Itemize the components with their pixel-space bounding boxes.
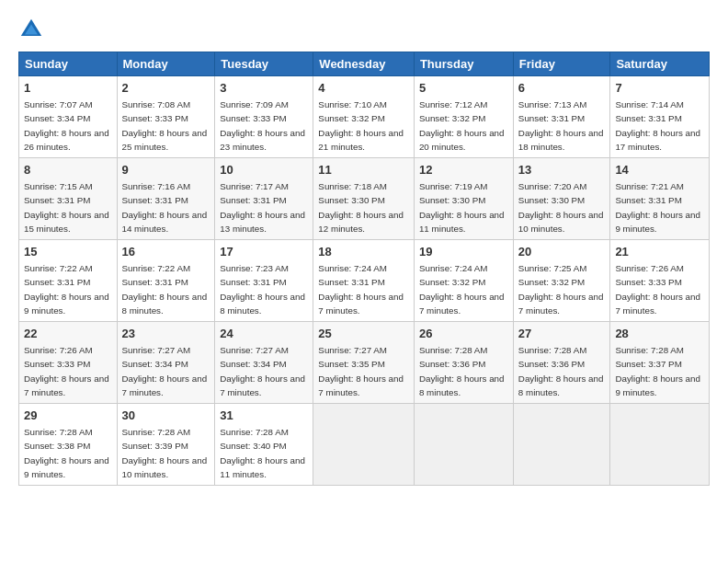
day-number: 1 bbox=[24, 80, 112, 97]
day-number: 7 bbox=[615, 80, 704, 97]
day-info: Sunrise: 7:15 AMSunset: 3:31 PMDaylight:… bbox=[24, 181, 109, 234]
calendar-week-1: 1Sunrise: 7:07 AMSunset: 3:34 PMDaylight… bbox=[19, 76, 710, 158]
day-info: Sunrise: 7:18 AMSunset: 3:30 PMDaylight:… bbox=[318, 181, 404, 234]
day-info: Sunrise: 7:19 AMSunset: 3:30 PMDaylight:… bbox=[419, 181, 505, 234]
day-number: 18 bbox=[318, 244, 409, 260]
header-day-saturday: Saturday bbox=[610, 52, 710, 76]
header-day-tuesday: Tuesday bbox=[215, 52, 313, 76]
header-day-sunday: Sunday bbox=[19, 52, 118, 76]
calendar-cell: 31Sunrise: 7:28 AMSunset: 3:40 PMDayligh… bbox=[215, 404, 313, 486]
calendar-cell: 26Sunrise: 7:28 AMSunset: 3:36 PMDayligh… bbox=[414, 322, 513, 404]
day-info: Sunrise: 7:28 AMSunset: 3:40 PMDaylight:… bbox=[220, 427, 305, 479]
calendar-cell: 22Sunrise: 7:26 AMSunset: 3:33 PMDayligh… bbox=[19, 322, 118, 404]
day-number: 19 bbox=[419, 244, 508, 260]
day-info: Sunrise: 7:25 AMSunset: 3:32 PMDaylight:… bbox=[518, 263, 604, 316]
day-info: Sunrise: 7:27 AMSunset: 3:34 PMDaylight:… bbox=[122, 345, 208, 397]
day-number: 17 bbox=[220, 244, 308, 260]
calendar-cell: 24Sunrise: 7:27 AMSunset: 3:34 PMDayligh… bbox=[215, 322, 313, 404]
calendar-cell: 11Sunrise: 7:18 AMSunset: 3:30 PMDayligh… bbox=[313, 158, 415, 240]
day-number: 2 bbox=[122, 80, 210, 97]
day-info: Sunrise: 7:26 AMSunset: 3:33 PMDaylight:… bbox=[24, 345, 109, 397]
calendar-cell: 27Sunrise: 7:28 AMSunset: 3:36 PMDayligh… bbox=[513, 322, 610, 404]
calendar-week-5: 29Sunrise: 7:28 AMSunset: 3:38 PMDayligh… bbox=[19, 404, 710, 486]
day-info: Sunrise: 7:17 AMSunset: 3:31 PMDaylight:… bbox=[220, 181, 305, 234]
calendar-table: SundayMondayTuesdayWednesdayThursdayFrid… bbox=[18, 52, 710, 486]
day-number: 23 bbox=[122, 326, 210, 342]
calendar-cell: 15Sunrise: 7:22 AMSunset: 3:31 PMDayligh… bbox=[19, 240, 118, 322]
day-number: 27 bbox=[518, 326, 606, 342]
day-info: Sunrise: 7:16 AMSunset: 3:31 PMDaylight:… bbox=[122, 181, 208, 234]
calendar-cell: 19Sunrise: 7:24 AMSunset: 3:32 PMDayligh… bbox=[414, 240, 513, 322]
calendar-cell: 16Sunrise: 7:22 AMSunset: 3:31 PMDayligh… bbox=[117, 240, 215, 322]
calendar-cell: 18Sunrise: 7:24 AMSunset: 3:31 PMDayligh… bbox=[313, 240, 415, 322]
day-info: Sunrise: 7:08 AMSunset: 3:33 PMDaylight:… bbox=[122, 99, 208, 152]
day-number: 12 bbox=[419, 162, 508, 178]
calendar-body: 1Sunrise: 7:07 AMSunset: 3:34 PMDaylight… bbox=[19, 76, 710, 486]
calendar-header-row: SundayMondayTuesdayWednesdayThursdayFrid… bbox=[19, 52, 710, 76]
day-number: 29 bbox=[24, 408, 112, 424]
calendar-cell bbox=[513, 404, 610, 486]
logo bbox=[18, 17, 48, 42]
calendar-cell: 17Sunrise: 7:23 AMSunset: 3:31 PMDayligh… bbox=[215, 240, 313, 322]
day-info: Sunrise: 7:27 AMSunset: 3:35 PMDaylight:… bbox=[318, 345, 404, 397]
header-day-friday: Friday bbox=[513, 52, 610, 76]
day-number: 6 bbox=[518, 80, 606, 97]
day-info: Sunrise: 7:24 AMSunset: 3:31 PMDaylight:… bbox=[318, 263, 404, 316]
day-number: 9 bbox=[122, 162, 210, 178]
calendar-cell: 28Sunrise: 7:28 AMSunset: 3:37 PMDayligh… bbox=[610, 322, 710, 404]
calendar-cell: 21Sunrise: 7:26 AMSunset: 3:33 PMDayligh… bbox=[610, 240, 710, 322]
day-number: 16 bbox=[122, 244, 210, 260]
day-info: Sunrise: 7:23 AMSunset: 3:31 PMDaylight:… bbox=[220, 263, 305, 316]
calendar-cell: 25Sunrise: 7:27 AMSunset: 3:35 PMDayligh… bbox=[313, 322, 415, 404]
day-number: 8 bbox=[24, 162, 112, 178]
calendar-cell: 1Sunrise: 7:07 AMSunset: 3:34 PMDaylight… bbox=[19, 76, 118, 158]
header-day-wednesday: Wednesday bbox=[313, 52, 415, 76]
header-day-monday: Monday bbox=[117, 52, 215, 76]
calendar-week-3: 15Sunrise: 7:22 AMSunset: 3:31 PMDayligh… bbox=[19, 240, 710, 322]
day-number: 3 bbox=[220, 80, 308, 97]
day-number: 4 bbox=[318, 80, 409, 97]
day-info: Sunrise: 7:28 AMSunset: 3:36 PMDaylight:… bbox=[419, 345, 505, 397]
calendar-cell: 9Sunrise: 7:16 AMSunset: 3:31 PMDaylight… bbox=[117, 158, 215, 240]
calendar-week-2: 8Sunrise: 7:15 AMSunset: 3:31 PMDaylight… bbox=[19, 158, 710, 240]
day-info: Sunrise: 7:20 AMSunset: 3:30 PMDaylight:… bbox=[518, 181, 604, 234]
day-info: Sunrise: 7:22 AMSunset: 3:31 PMDaylight:… bbox=[122, 263, 208, 316]
day-info: Sunrise: 7:07 AMSunset: 3:34 PMDaylight:… bbox=[24, 99, 109, 152]
header bbox=[18, 17, 710, 42]
day-info: Sunrise: 7:09 AMSunset: 3:33 PMDaylight:… bbox=[220, 99, 305, 152]
day-info: Sunrise: 7:28 AMSunset: 3:39 PMDaylight:… bbox=[122, 427, 208, 479]
day-info: Sunrise: 7:28 AMSunset: 3:37 PMDaylight:… bbox=[615, 345, 700, 397]
day-info: Sunrise: 7:21 AMSunset: 3:31 PMDaylight:… bbox=[615, 181, 700, 234]
day-info: Sunrise: 7:26 AMSunset: 3:33 PMDaylight:… bbox=[615, 263, 700, 316]
day-number: 20 bbox=[518, 244, 606, 260]
calendar-cell: 29Sunrise: 7:28 AMSunset: 3:38 PMDayligh… bbox=[19, 404, 118, 486]
calendar-cell: 12Sunrise: 7:19 AMSunset: 3:30 PMDayligh… bbox=[414, 158, 513, 240]
day-number: 24 bbox=[220, 326, 308, 342]
day-info: Sunrise: 7:22 AMSunset: 3:31 PMDaylight:… bbox=[24, 263, 109, 316]
day-number: 21 bbox=[615, 244, 704, 260]
calendar-cell: 2Sunrise: 7:08 AMSunset: 3:33 PMDaylight… bbox=[117, 76, 215, 158]
day-number: 31 bbox=[220, 408, 308, 424]
calendar-cell: 14Sunrise: 7:21 AMSunset: 3:31 PMDayligh… bbox=[610, 158, 710, 240]
day-number: 22 bbox=[24, 326, 112, 342]
page: SundayMondayTuesdayWednesdayThursdayFrid… bbox=[0, 0, 728, 495]
calendar-cell: 10Sunrise: 7:17 AMSunset: 3:31 PMDayligh… bbox=[215, 158, 313, 240]
calendar-cell bbox=[610, 404, 710, 486]
calendar-cell: 13Sunrise: 7:20 AMSunset: 3:30 PMDayligh… bbox=[513, 158, 610, 240]
calendar-cell: 30Sunrise: 7:28 AMSunset: 3:39 PMDayligh… bbox=[117, 404, 215, 486]
day-number: 13 bbox=[518, 162, 606, 178]
calendar-cell: 4Sunrise: 7:10 AMSunset: 3:32 PMDaylight… bbox=[313, 76, 415, 158]
day-info: Sunrise: 7:10 AMSunset: 3:32 PMDaylight:… bbox=[318, 99, 404, 152]
calendar-cell: 6Sunrise: 7:13 AMSunset: 3:31 PMDaylight… bbox=[513, 76, 610, 158]
day-info: Sunrise: 7:13 AMSunset: 3:31 PMDaylight:… bbox=[518, 99, 604, 152]
calendar-week-4: 22Sunrise: 7:26 AMSunset: 3:33 PMDayligh… bbox=[19, 322, 710, 404]
day-info: Sunrise: 7:14 AMSunset: 3:31 PMDaylight:… bbox=[615, 99, 700, 152]
day-info: Sunrise: 7:12 AMSunset: 3:32 PMDaylight:… bbox=[419, 99, 505, 152]
day-number: 5 bbox=[419, 80, 508, 97]
logo-icon bbox=[18, 17, 44, 42]
calendar-cell: 20Sunrise: 7:25 AMSunset: 3:32 PMDayligh… bbox=[513, 240, 610, 322]
day-number: 30 bbox=[122, 408, 210, 424]
day-number: 14 bbox=[615, 162, 704, 178]
day-info: Sunrise: 7:28 AMSunset: 3:36 PMDaylight:… bbox=[518, 345, 604, 397]
day-number: 28 bbox=[615, 326, 704, 342]
